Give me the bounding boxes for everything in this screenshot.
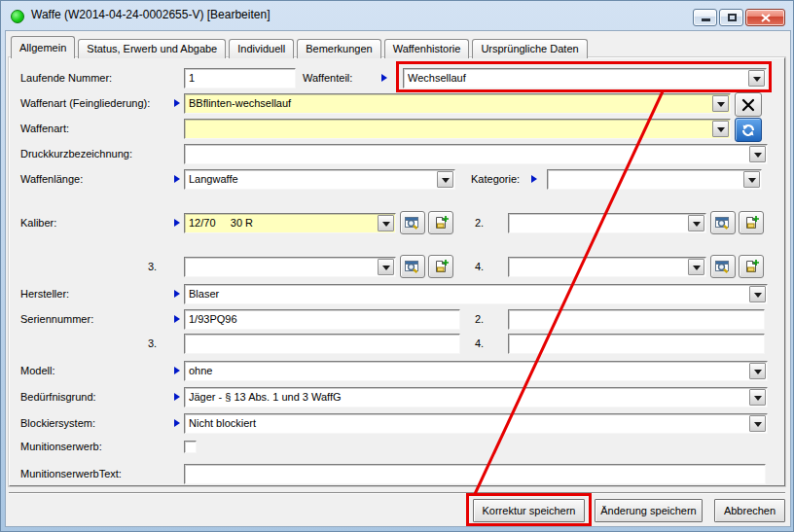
- kaliber-3-combobox[interactable]: [184, 257, 396, 277]
- dropdown-arrow-icon[interactable]: [749, 389, 766, 406]
- dropdown-arrow-icon[interactable]: [437, 171, 453, 188]
- abbrechen-button[interactable]: Abbrechen: [714, 499, 785, 522]
- blockiersystem-combobox[interactable]: Nicht blockiert: [184, 413, 768, 434]
- dropdown-arrow-icon[interactable]: [749, 363, 766, 379]
- kategorie-combobox[interactable]: [547, 169, 762, 190]
- kaliber-2-search-button[interactable]: [710, 211, 736, 234]
- close-icon: [760, 9, 771, 26]
- seriennummer-2-input[interactable]: [508, 309, 765, 330]
- kaliber-label: Kaliber:: [20, 213, 56, 233]
- kaliber-4-combobox[interactable]: [508, 257, 706, 277]
- dropdown-arrow-icon[interactable]: [712, 121, 729, 137]
- druckkurzbezeichnung-combobox[interactable]: [184, 144, 768, 164]
- korrektur-speichern-button[interactable]: Korrektur speichern: [473, 499, 585, 522]
- close-button[interactable]: [745, 9, 785, 26]
- search-icon: [714, 215, 732, 231]
- required-arrow-icon: [174, 367, 180, 374]
- waffenlaenge-label: Waffenlänge:: [20, 169, 83, 190]
- beduerfnisgrund-label: Bedürfnisgrund:: [20, 387, 96, 408]
- required-arrow-icon: [174, 175, 180, 183]
- munitionserwerb-text-label: MunitionserwerbText:: [20, 464, 122, 484]
- minimize-button[interactable]: [693, 9, 717, 26]
- dropdown-arrow-icon[interactable]: [743, 171, 760, 188]
- druckkurzbezeichnung-label: Druckkurzbezeichnung:: [20, 144, 132, 164]
- kaliber-4-search-button[interactable]: [710, 255, 736, 278]
- refresh-waffenart-button[interactable]: [735, 118, 762, 142]
- kaliber-2-combobox[interactable]: [508, 213, 706, 233]
- required-arrow-icon: [174, 290, 180, 298]
- aenderung-speichern-button[interactable]: Änderung speichern: [595, 499, 703, 522]
- kaliber-3-add-button[interactable]: [428, 255, 453, 278]
- kategorie-label: Kategorie:: [471, 169, 520, 190]
- maximize-icon: [728, 14, 737, 21]
- kaliber-2-add-button[interactable]: [739, 211, 764, 234]
- dropdown-arrow-icon[interactable]: [688, 259, 704, 275]
- kaliber-3-search-button[interactable]: [400, 255, 425, 278]
- tab-status-erwerb-abgabe[interactable]: Status, Erwerb und Abgabe: [78, 39, 226, 58]
- new-entry-icon: [432, 259, 450, 274]
- kaliber-1-search-button[interactable]: [400, 211, 425, 234]
- dropdown-arrow-icon[interactable]: [378, 215, 394, 231]
- laufende-nummer-input[interactable]: 1: [184, 68, 296, 89]
- x-icon: [740, 98, 756, 112]
- new-entry-icon: [742, 215, 760, 231]
- minimize-icon: [702, 18, 710, 21]
- blockiersystem-label: Blockiersystem:: [20, 413, 95, 434]
- refresh-icon: [740, 123, 756, 138]
- dropdown-arrow-icon[interactable]: [748, 70, 765, 87]
- tab-bar: Allgemein Status, Erwerb und Abgabe Indi…: [11, 36, 591, 58]
- new-entry-icon: [432, 215, 450, 231]
- kaliber-1-add-button[interactable]: [428, 211, 453, 234]
- tab-urspruengliche-daten[interactable]: Ursprüngliche Daten: [472, 39, 587, 58]
- seriennummer-4-ordinal-label: 4.: [475, 334, 484, 354]
- beduerfnisgrund-combobox[interactable]: Jäger - § 13 Abs. 1 und 3 WaffG: [184, 387, 768, 408]
- seriennummer-1-input[interactable]: 1/93PQ96: [184, 309, 460, 330]
- dropdown-arrow-icon[interactable]: [749, 415, 766, 432]
- footer-divider: [9, 492, 785, 494]
- hersteller-combobox[interactable]: Blaser: [184, 284, 768, 304]
- window-title: Waffe (W2014-04-24-0002655-V) [Bearbeite…: [31, 8, 270, 21]
- tab-waffenhistorie[interactable]: Waffenhistorie: [384, 39, 470, 58]
- dialog-window: Waffe (W2014-04-24-0002655-V) [Bearbeite…: [0, 0, 794, 532]
- search-icon: [714, 259, 732, 274]
- kaliber-4-add-button[interactable]: [739, 255, 764, 278]
- laufende-nummer-label: Laufende Nummer:: [20, 68, 112, 89]
- required-arrow-icon: [174, 419, 180, 427]
- waffenart-fein-combobox[interactable]: BBflinten-wechsellauf: [184, 93, 731, 114]
- modell-label: Modell:: [20, 361, 54, 381]
- tab-allgemein[interactable]: Allgemein: [11, 36, 75, 58]
- seriennummer-4-input[interactable]: [508, 334, 765, 354]
- modell-combobox[interactable]: ohne: [184, 361, 768, 381]
- kaliber-4-ordinal-label: 4.: [475, 257, 484, 277]
- dropdown-arrow-icon[interactable]: [378, 259, 394, 275]
- seriennummer-3-ordinal-label: 3.: [148, 334, 157, 354]
- required-arrow-icon: [531, 175, 537, 183]
- required-arrow-icon: [381, 74, 387, 82]
- maximize-button[interactable]: [719, 9, 743, 26]
- waffenart-fein-label: Waffenart (Feingliederung):: [20, 93, 150, 114]
- required-arrow-icon: [174, 219, 180, 227]
- munitionserwerb-text-input[interactable]: [184, 464, 766, 484]
- dropdown-arrow-icon[interactable]: [749, 286, 766, 302]
- new-entry-icon: [742, 259, 760, 274]
- seriennummer-3-input[interactable]: [184, 334, 460, 354]
- dropdown-arrow-icon[interactable]: [749, 146, 766, 162]
- tab-individuell[interactable]: Individuell: [229, 39, 294, 58]
- waffenlaenge-combobox[interactable]: Langwaffe: [184, 169, 455, 190]
- waffenteil-combobox[interactable]: Wechsellauf: [403, 68, 767, 89]
- titlebar[interactable]: Waffe (W2014-04-24-0002655-V) [Bearbeite…: [1, 1, 793, 30]
- search-icon: [404, 259, 421, 274]
- kaliber-3-ordinal-label: 3.: [148, 257, 157, 277]
- app-status-green-circle-icon: [11, 10, 24, 23]
- waffenart-combobox[interactable]: [184, 119, 731, 139]
- tab-bemerkungen[interactable]: Bemerkungen: [297, 39, 381, 58]
- kaliber-1-combobox[interactable]: 12/70 30 R: [184, 213, 396, 233]
- dropdown-arrow-icon[interactable]: [712, 95, 729, 112]
- hersteller-label: Hersteller:: [20, 284, 69, 304]
- munitionserwerb-checkbox[interactable]: [184, 441, 197, 453]
- dropdown-arrow-icon[interactable]: [688, 215, 704, 231]
- clear-waffenart-button[interactable]: [735, 92, 762, 117]
- required-arrow-icon: [174, 99, 180, 107]
- kaliber-2-ordinal-label: 2.: [475, 213, 484, 233]
- search-icon: [404, 215, 421, 231]
